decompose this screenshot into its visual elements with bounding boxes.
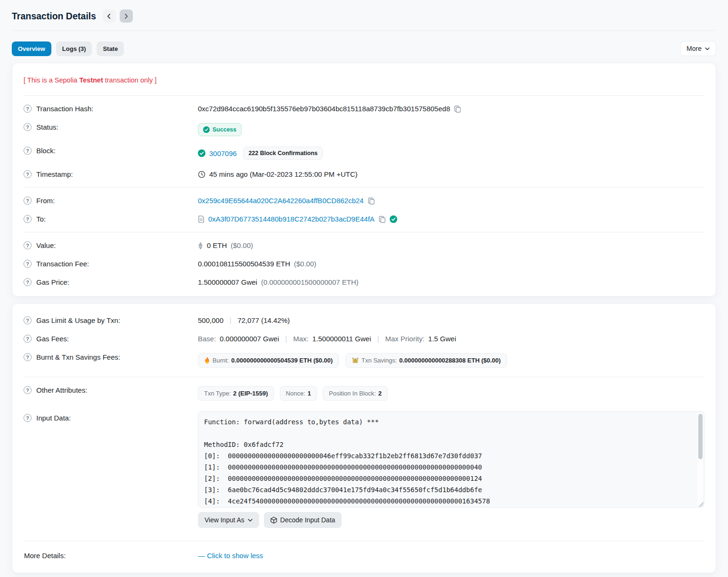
next-transaction-button[interactable] [120, 9, 133, 23]
chevron-down-icon [248, 519, 253, 522]
from-label: From: [36, 197, 55, 205]
transaction-fee-usd: ($0.00) [294, 260, 317, 268]
help-icon[interactable]: ? [24, 215, 32, 223]
help-icon[interactable]: ? [24, 353, 32, 361]
input-data-line: [0]: 00000000000000000000000046eff99cab3… [204, 450, 693, 462]
to-label: To: [36, 215, 46, 223]
block-number-link[interactable]: 3007096 [209, 149, 237, 157]
burnt-label: Burnt: [213, 357, 229, 364]
txn-savings-label: Txn Savings: [361, 357, 397, 364]
separator: | [227, 316, 234, 324]
status-badge-label: Success [213, 126, 237, 133]
gas-price-row: ? Gas Price: 1.500000007 Gwei (0.0000000… [24, 273, 704, 291]
input-data-textarea[interactable]: Function: forward(address to,bytes data)… [198, 411, 704, 508]
status-row: ? Status: Success [24, 118, 704, 141]
details-card: ? Gas Limit & Usage by Txn: 500,000 | 72… [12, 303, 716, 573]
gas-limit-label: Gas Limit & Usage by Txn: [36, 316, 120, 324]
block-label: Block: [36, 147, 56, 155]
gas-limit-value: 500,000 [198, 316, 223, 324]
max-fee-value: 1.500000011 Gwei [312, 335, 371, 343]
copy-transaction-hash-button[interactable] [454, 105, 461, 113]
help-icon[interactable]: ? [24, 105, 32, 113]
divider [24, 232, 704, 232]
scrollbar-thumb[interactable] [698, 414, 703, 459]
help-icon[interactable]: ? [24, 241, 32, 249]
input-data-line: [2]: 00000000000000000000000000000000000… [204, 473, 693, 484]
copy-icon [454, 105, 461, 113]
help-icon[interactable]: ? [24, 316, 32, 324]
max-priority-fee-label: Max Priority: [385, 335, 424, 343]
help-icon[interactable]: ? [24, 147, 32, 155]
input-data-scrollbar[interactable] [697, 412, 703, 506]
status-label: Status: [36, 123, 58, 131]
tabs: Overview Logs (3) State [12, 41, 124, 56]
chevron-left-icon [106, 14, 112, 19]
testnet-warning-emphasis: Testnet [79, 76, 103, 84]
help-icon[interactable]: ? [24, 260, 32, 268]
input-data-line: [5]: 54b20000000000000000000000000000017… [204, 507, 693, 508]
textarea-resize-handle[interactable] [698, 501, 703, 507]
transaction-hash-row: ? Transaction Hash: 0xc72d984ccac6190b5f… [24, 99, 704, 118]
chevron-down-icon [705, 47, 710, 50]
txn-nav-buttons [103, 9, 133, 23]
to-address-link[interactable]: 0xA3f07D6773514480b918C2742b027b3acD9E44… [208, 215, 375, 223]
gas-price-eth-equivalent: (0.000000001500000007 ETH) [261, 278, 359, 286]
burnt-savings-row: ? Burnt & Txn Savings Fees: Burnt: 0.000… [24, 348, 704, 373]
nonce-value: 1 [308, 390, 311, 397]
input-data-line: [1]: 00000000000000000000000000000000000… [204, 462, 693, 473]
help-icon[interactable]: ? [24, 278, 32, 286]
txn-savings-badge: Txn Savings: 0.000000000000288308 ETH ($… [345, 353, 507, 368]
gas-limit-row: ? Gas Limit & Usage by Txn: 500,000 | 72… [24, 311, 704, 330]
tab-logs[interactable]: Logs (3) [56, 41, 92, 56]
tab-state[interactable]: State [97, 41, 124, 56]
help-icon[interactable]: ? [24, 123, 32, 131]
transaction-fee-label: Transaction Fee: [36, 260, 89, 268]
gas-price-amount: 1.500000007 Gwei [198, 278, 257, 286]
more-details-label: More Details: [24, 552, 65, 560]
txn-type-badge: Txn Type: 2 (EIP-1559) [198, 386, 274, 401]
testnet-warning-prefix: [ This is a Sepolia [24, 76, 79, 84]
copy-icon [368, 197, 375, 205]
testnet-warning: [ This is a Sepolia Testnet transaction … [24, 68, 704, 91]
position-in-block-value: 2 [378, 390, 382, 397]
nonce-badge: Nonce: 1 [280, 386, 317, 401]
transaction-details-page: Transaction Details Overview Logs (3) St… [0, 0, 728, 577]
help-icon[interactable]: ? [24, 170, 32, 178]
more-button-label: More [687, 45, 702, 52]
cube-icon [270, 517, 277, 524]
gas-fees-row: ? Gas Fees: Base: 0.000000007 Gwei | Max… [24, 330, 704, 348]
status-badge: Success [198, 123, 242, 136]
more-details-row: More Details: — Click to show less [24, 545, 704, 568]
help-icon[interactable]: ? [24, 335, 32, 343]
burnt-value: 0.000000000000504539 ETH ($0.00) [231, 357, 333, 364]
help-icon[interactable]: ? [24, 414, 32, 422]
copy-from-address-button[interactable] [368, 197, 375, 205]
previous-transaction-button[interactable] [103, 9, 116, 23]
base-fee-label: Base: [198, 335, 216, 343]
tab-overview[interactable]: Overview [12, 41, 51, 56]
input-data-line: Function: forward(address to,bytes data)… [204, 416, 693, 428]
help-icon[interactable]: ? [24, 386, 32, 394]
timestamp-label: Timestamp: [36, 170, 73, 178]
transaction-hash-value: 0xc72d984ccac6190b5f135576eb97b03604bc81… [198, 105, 450, 113]
copy-to-address-button[interactable] [378, 215, 386, 223]
help-icon[interactable]: ? [24, 197, 32, 205]
gas-usage-value: 72,077 (14.42%) [237, 316, 290, 324]
decode-input-data-button[interactable]: Decode Input Data [264, 512, 342, 528]
view-input-as-button[interactable]: View Input As [198, 512, 259, 528]
from-address-link[interactable]: 0x259c49E65644a020C2A642260a4ffB0CD862cb… [198, 197, 364, 205]
position-in-block-label: Position In Block: [329, 390, 376, 397]
transaction-fee-row: ? Transaction Fee: 0.000108115500504539 … [24, 255, 704, 273]
money-with-wings-icon [352, 357, 359, 363]
more-button[interactable]: More [680, 41, 716, 56]
input-data-actions: View Input As Decode Input Data [198, 512, 704, 528]
page-header: Transaction Details [12, 0, 716, 23]
value-usd: ($0.00) [231, 241, 254, 249]
input-data-line: MethodID: 0x6fadcf72 [204, 439, 693, 450]
block-confirmations-badge: 222 Block Confirmations [243, 147, 323, 160]
tabs-bar: Overview Logs (3) State More [12, 41, 716, 56]
other-attributes-row: ? Other Attributes: Txn Type: 2 (EIP-155… [24, 381, 704, 406]
input-data-row: ? Input Data: Function: forward(address … [24, 406, 704, 533]
click-to-show-less-link[interactable]: — Click to show less [198, 552, 263, 560]
input-data-line [204, 428, 693, 439]
